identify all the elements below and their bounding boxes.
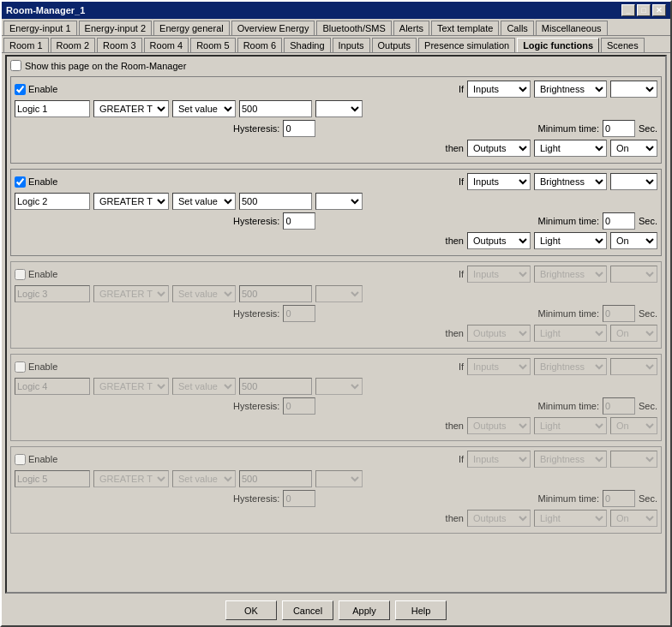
cancel-button[interactable]: Cancel: [282, 600, 333, 620]
tab-room-3[interactable]: Room 3: [97, 38, 142, 52]
logic-3-row3: Hysteresis: Minimum time: Sec.: [15, 305, 657, 322]
logic-2-row2: GREATER THAN Set value: [15, 193, 657, 210]
min-time-input-2[interactable]: [603, 212, 635, 230]
value-extra-select-1[interactable]: [315, 100, 363, 117]
then-action-select-2[interactable]: On: [610, 232, 657, 249]
tab-shading[interactable]: Shading: [284, 38, 330, 52]
enable-checkbox-3[interactable]: [15, 269, 26, 280]
condition-select-5: GREATER THAN: [93, 470, 169, 487]
hysteresis-label-4: Hysteresis:: [233, 401, 279, 411]
if-source-select-1[interactable]: Inputs: [467, 81, 531, 98]
logic-5-row4: then Outputs Light On: [15, 510, 657, 527]
then-type-select-3: Light: [534, 325, 607, 342]
condition-select-4: GREATER THAN: [93, 378, 169, 395]
if-label-4: If: [459, 361, 464, 372]
then-action-select-1[interactable]: On: [610, 140, 657, 157]
logic-2-row3: Hysteresis: Minimum time: Sec.: [15, 212, 657, 230]
tab-bluetooth-sms[interactable]: Bluetooth/SMS: [316, 21, 391, 35]
then-source-select-1[interactable]: Outputs: [467, 140, 531, 157]
tab-energy-input-1[interactable]: Energy-input 1: [3, 21, 77, 35]
enable-text-2: Enable: [28, 176, 57, 187]
if-extra-select-2[interactable]: [610, 173, 657, 190]
if-type-select-4: Brightness: [534, 358, 607, 375]
main-window: Room-Manager_1 _ □ ✕ Energy-input 1 Ener…: [0, 0, 672, 627]
if-type-select-5: Brightness: [534, 451, 607, 468]
hysteresis-input-1[interactable]: [283, 120, 315, 137]
tab-energy-general[interactable]: Energy general: [153, 21, 230, 35]
logic-3-row1: Enable If Inputs Brightness: [15, 266, 657, 283]
tab-row-2: Room 1 Room 2 Room 3 Room 4 Room 5 Room …: [2, 36, 670, 53]
enable-checkbox-1[interactable]: [15, 84, 26, 95]
logic-name-input-2[interactable]: [15, 193, 90, 210]
if-label-1: If: [459, 84, 464, 94]
tab-calls[interactable]: Calls: [501, 21, 533, 35]
tab-scenes[interactable]: Scenes: [601, 38, 645, 52]
logic-2-row4: then Outputs Light On: [15, 232, 657, 249]
tab-energy-input-2[interactable]: Energy-input 2: [79, 21, 153, 35]
tab-inputs[interactable]: Inputs: [333, 38, 370, 52]
sec-label-2: Sec.: [639, 216, 657, 226]
value-input-5: [239, 470, 312, 487]
minimize-button[interactable]: _: [621, 4, 635, 16]
condition-select-2[interactable]: GREATER THAN: [93, 193, 169, 210]
tab-room-6[interactable]: Room 6: [237, 38, 283, 52]
tab-outputs[interactable]: Outputs: [372, 38, 417, 52]
tab-row-1: Energy-input 1 Energy-input 2 Energy gen…: [2, 19, 670, 36]
enable-checkbox-4[interactable]: [15, 361, 26, 373]
enable-checkbox-2[interactable]: [15, 176, 26, 188]
then-type-select-1[interactable]: Light: [534, 140, 607, 157]
tab-alerts[interactable]: Alerts: [393, 21, 429, 35]
hysteresis-label-1: Hysteresis:: [233, 123, 279, 134]
then-source-select-4: Outputs: [467, 417, 531, 434]
value-input-2[interactable]: [239, 193, 312, 210]
setvalue-select-2[interactable]: Set value: [172, 193, 236, 210]
then-label-1: then: [446, 143, 464, 153]
min-time-label-2: Minimum time:: [537, 216, 599, 226]
apply-button[interactable]: Apply: [339, 600, 390, 620]
tab-logic-functions[interactable]: Logic functions: [517, 38, 599, 52]
hysteresis-input-2[interactable]: [283, 212, 315, 230]
tab-miscellaneous[interactable]: Miscellaneous: [536, 21, 608, 35]
enable-label-4: Enable: [15, 361, 57, 373]
help-button[interactable]: Help: [395, 600, 447, 620]
min-time-input-3: [603, 305, 635, 322]
if-type-select-1[interactable]: Brightness: [534, 81, 607, 98]
setvalue-select-1[interactable]: Set value: [172, 100, 236, 117]
if-label-5: If: [459, 454, 464, 464]
value-input-4: [239, 378, 312, 395]
if-label-2: If: [459, 176, 464, 187]
close-button[interactable]: ✕: [652, 4, 666, 16]
tab-room-1[interactable]: Room 1: [3, 38, 49, 52]
tab-room-5[interactable]: Room 5: [190, 38, 236, 52]
then-action-select-5: On: [610, 510, 657, 527]
title-bar: Room-Manager_1 _ □ ✕: [2, 2, 670, 19]
tab-room-2[interactable]: Room 2: [51, 38, 96, 52]
maximize-button[interactable]: □: [637, 4, 651, 16]
enable-label-1: Enable: [15, 84, 57, 95]
value-extra-select-2[interactable]: [315, 193, 363, 210]
logic-5-row1: Enable If Inputs Brightness: [15, 451, 657, 468]
logic-1-row2: GREATER THAN Set value: [15, 100, 657, 117]
enable-checkbox-5[interactable]: [15, 454, 26, 465]
tab-text-template[interactable]: Text template: [431, 21, 499, 35]
show-page-checkbox[interactable]: [10, 60, 21, 71]
tab-overview-energy[interactable]: Overview Energy: [231, 21, 315, 35]
ok-button[interactable]: OK: [225, 600, 277, 620]
if-source-select-2[interactable]: Inputs: [467, 173, 531, 190]
logic-name-input-1[interactable]: [15, 100, 90, 117]
if-type-select-2[interactable]: Brightness: [534, 173, 607, 190]
min-time-input-1[interactable]: [603, 120, 635, 137]
tab-room-4[interactable]: Room 4: [144, 38, 189, 52]
min-time-label-5: Minimum time:: [537, 493, 599, 504]
logic-3-row4: then Outputs Light On: [15, 325, 657, 342]
tab-presence-simulation[interactable]: Presence simulation: [418, 38, 515, 52]
then-source-select-2[interactable]: Outputs: [467, 232, 531, 249]
if-extra-select-1[interactable]: [610, 81, 657, 98]
value-input-1[interactable]: [239, 100, 312, 117]
enable-text-4: Enable: [28, 361, 57, 372]
then-type-select-4: Light: [534, 417, 607, 434]
min-time-label-4: Minimum time:: [537, 401, 599, 411]
min-time-label-1: Minimum time:: [537, 123, 599, 134]
condition-select-1[interactable]: GREATER THAN: [93, 100, 169, 117]
then-type-select-2[interactable]: Light: [534, 232, 607, 249]
